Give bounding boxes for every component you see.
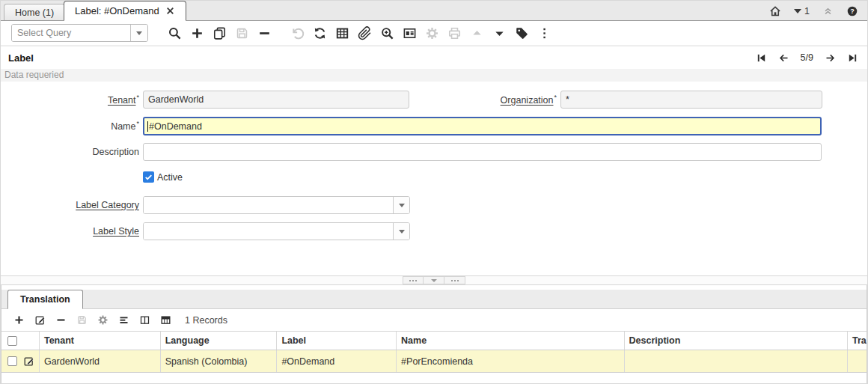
- tenant-field[interactable]: GardenWorld: [143, 91, 409, 109]
- detail-customize-button[interactable]: [97, 314, 109, 326]
- records-count: 1 Records: [185, 315, 227, 326]
- print-button: [447, 26, 462, 40]
- detail-panel: Translation 1 Records Tenant Language La…: [1, 285, 867, 384]
- previous-record-button[interactable]: [778, 52, 789, 64]
- row-edit-icon[interactable]: [23, 356, 34, 367]
- cell-description: [624, 350, 847, 372]
- copy-record-button[interactable]: [213, 26, 227, 40]
- column-header-description[interactable]: Description: [624, 332, 847, 350]
- table-row[interactable]: GardenWorld Spanish (Colombia) #OnDemand…: [1, 350, 867, 373]
- first-record-button[interactable]: [756, 52, 767, 64]
- refresh-button[interactable]: [313, 26, 327, 40]
- select-query-dropdown-button[interactable]: [130, 25, 147, 41]
- tab-label-window-label: Label: #OnDemand: [75, 5, 159, 16]
- column-header-name[interactable]: Name: [396, 332, 623, 350]
- column-header-tenant[interactable]: Tenant: [39, 332, 160, 350]
- translation-table: Tenant Language Label Name Description T…: [1, 331, 867, 373]
- column-header-label[interactable]: Label: [276, 332, 396, 350]
- close-tab-icon[interactable]: [165, 6, 175, 16]
- panel-splitter: [1, 275, 867, 285]
- organization-label-link[interactable]: Organization: [501, 95, 554, 106]
- zoom-across-button[interactable]: [380, 26, 394, 40]
- label-category-field[interactable]: [144, 197, 393, 214]
- chevron-down-icon: [431, 279, 437, 282]
- cell-name: #PorEncomienda: [396, 350, 623, 372]
- organization-label: Organization*: [420, 94, 557, 106]
- cell-language: Spanish (Colombia): [160, 350, 277, 372]
- process-button: [425, 26, 439, 40]
- detail-quick-entry-button[interactable]: [118, 314, 129, 326]
- toolbar-buttons: [168, 26, 551, 40]
- tab-home[interactable]: Home (1): [4, 4, 65, 20]
- description-input[interactable]: [148, 147, 816, 157]
- parent-record-button: [470, 26, 484, 40]
- splitter-grip[interactable]: [444, 276, 465, 284]
- tab-translation[interactable]: Translation: [7, 290, 83, 309]
- tenant-value: GardenWorld: [148, 94, 204, 105]
- label-category-label-link[interactable]: Label Category: [76, 200, 139, 210]
- select-query-combobox: [11, 24, 148, 42]
- splitter-handle[interactable]: [403, 276, 465, 284]
- label-style-combobox: [143, 222, 410, 240]
- open-windows-dropdown[interactable]: 1: [794, 6, 810, 16]
- record-header: Label 5/9: [1, 46, 867, 69]
- record-navigation: 5/9: [756, 52, 858, 64]
- label-style-dropdown-button[interactable]: [393, 223, 409, 240]
- detail-grid-view-button[interactable]: [160, 314, 171, 326]
- detail-toggle-layout-button[interactable]: [139, 314, 150, 326]
- detail-new-button[interactable]: [13, 314, 25, 326]
- label-category-dropdown-button[interactable]: [393, 197, 409, 213]
- last-record-button[interactable]: [847, 52, 858, 64]
- tenant-label-link[interactable]: Tenant: [108, 95, 136, 106]
- required-marker: *: [136, 120, 139, 127]
- detail-delete-button[interactable]: [55, 314, 67, 326]
- collapse-header-icon[interactable]: [822, 5, 834, 16]
- label-button[interactable]: [515, 26, 529, 40]
- label-style-label-link[interactable]: Label Style: [93, 226, 139, 237]
- chevron-down-icon: [399, 204, 405, 207]
- chevron-down-icon: [399, 230, 405, 234]
- label-style-field[interactable]: [144, 223, 393, 240]
- undo-button: [290, 26, 305, 40]
- row-select-cell: [1, 350, 39, 372]
- column-header-language[interactable]: Language: [160, 332, 277, 350]
- next-record-button[interactable]: [825, 52, 836, 64]
- organization-field[interactable]: *: [560, 91, 822, 109]
- report-button[interactable]: [403, 26, 417, 40]
- label-category-combobox: [143, 196, 410, 214]
- active-checkbox[interactable]: [143, 171, 154, 183]
- save-button: [235, 26, 249, 40]
- table-header-row: Tenant Language Label Name Description T…: [1, 331, 867, 350]
- select-query-input[interactable]: [12, 25, 130, 41]
- detail-edit-button[interactable]: [34, 314, 46, 326]
- name-field[interactable]: #OnDemand: [143, 117, 822, 135]
- open-windows-count: 1: [804, 6, 810, 16]
- description-field: [143, 143, 822, 161]
- more-options-button[interactable]: [537, 26, 551, 40]
- column-header-translated[interactable]: Tra: [847, 332, 867, 350]
- description-label: Description: [1, 147, 139, 157]
- splitter-grip[interactable]: [403, 276, 424, 284]
- find-button[interactable]: [168, 26, 182, 40]
- name-label: Name*: [1, 120, 139, 132]
- row-checkbox[interactable]: [7, 356, 17, 366]
- label-style-label: Label Style: [1, 226, 139, 237]
- splitter-collapse-button[interactable]: [424, 276, 444, 284]
- chevron-down-icon: [794, 9, 801, 13]
- idempiere-window: Home (1) Label: #OnDemand 1: [0, 0, 868, 384]
- help-icon[interactable]: [846, 5, 858, 17]
- new-record-button[interactable]: [190, 26, 204, 40]
- delete-record-button[interactable]: [257, 26, 272, 40]
- toggle-grid-button[interactable]: [335, 26, 349, 40]
- chevron-down-icon: [136, 31, 142, 35]
- attachment-button[interactable]: [358, 26, 372, 40]
- detail-save-button: [76, 314, 88, 326]
- cell-translated: [847, 350, 867, 372]
- organization-value: *: [566, 94, 569, 105]
- select-all-checkbox[interactable]: [7, 336, 17, 346]
- detail-record-button[interactable]: [492, 26, 507, 40]
- tab-label-window[interactable]: Label: #OnDemand: [64, 1, 186, 21]
- topbar-right: 1: [769, 1, 858, 21]
- status-bar: Data requeried: [1, 69, 867, 82]
- home-icon[interactable]: [769, 5, 781, 17]
